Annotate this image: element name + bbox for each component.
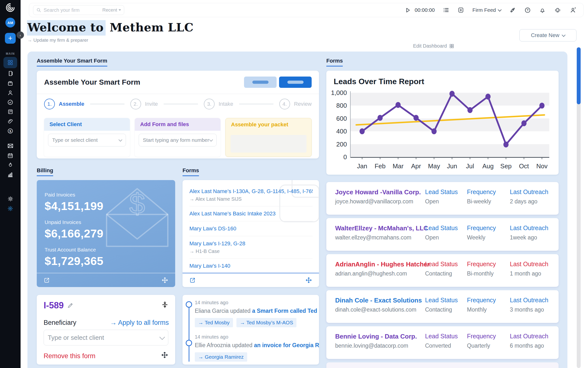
sidebar-item-hotlist[interactable] — [3, 160, 17, 170]
activity-timestamp: 14 minutes ago — [195, 300, 228, 305]
lead-status-value: Converted — [425, 342, 451, 349]
remove-form-link[interactable]: Remove this form — [44, 352, 96, 360]
sidebar-item-theme[interactable] — [3, 204, 17, 213]
timeline-line — [189, 307, 189, 362]
sidebar-item-billing[interactable]: $ — [3, 126, 17, 136]
step-review[interactable]: 4.Review — [279, 99, 312, 109]
recent-dropdown[interactable]: Recent — [102, 7, 121, 13]
lead-card[interactable]: WalterEllzey - McMahan's, LLC walter.ell… — [326, 218, 559, 251]
account-user-icon[interactable] — [570, 7, 576, 13]
app-logo-icon[interactable] — [5, 2, 15, 13]
create-new-button[interactable]: Create New — [519, 29, 576, 41]
collapse-vertical-icon[interactable] — [161, 301, 169, 309]
smart-form-stepper: 1.Assemble 2.Invite 3.Intake 4.Review — [37, 94, 319, 114]
primary-action-button[interactable] — [279, 77, 312, 88]
activity-link[interactable]: a Smart Form called Ted Mosby’s I-485 — [252, 308, 319, 314]
sidebar-item-mail[interactable] — [3, 141, 17, 151]
rocket-icon[interactable] — [509, 7, 516, 13]
move-widget-icon[interactable] — [161, 277, 168, 284]
form-number-input[interactable]: Start typing any form number — [139, 134, 217, 146]
activity-feed-card: 14 minutes ago Eliana Garcia updated a S… — [183, 295, 319, 365]
lead-status-value: Contacting — [425, 306, 452, 313]
external-link-icon[interactable] — [44, 277, 50, 283]
last-outreach-value: 2 days ago — [510, 198, 538, 205]
sidebar-item-settings[interactable] — [3, 194, 17, 204]
lead-name[interactable]: AdrianAnglin - Hughes Hatcher — [335, 261, 430, 268]
sidebar-item-dashboard[interactable] — [3, 57, 17, 68]
timer-play-icon[interactable] — [405, 7, 411, 13]
bar-chart-icon — [7, 171, 13, 178]
quick-add-button[interactable]: + — [5, 33, 16, 44]
lead-name[interactable]: Dinah Cole - Exact Solutions — [335, 297, 422, 304]
lead-email: joyce.howard@vanillacorp.com — [335, 198, 413, 205]
smart-form-section-label[interactable]: Assemble Your Smart Form — [37, 58, 107, 66]
form-link[interactable]: Mary Law’s I-140 — [189, 263, 313, 269]
task-list-icon[interactable] — [443, 7, 449, 13]
sidebar-item-calendar[interactable] — [3, 151, 17, 160]
svg-text:Jul: Jul — [466, 162, 474, 170]
leads-section-label[interactable]: Forms — [326, 58, 343, 66]
svg-text:Apr: Apr — [411, 162, 421, 170]
lead-card[interactable]: AdrianAnglin - Hughes Hatcher adrian.ang… — [326, 254, 559, 287]
search-input[interactable]: Search your firm Recent — [33, 5, 124, 15]
forms-section-label[interactable]: Forms — [183, 167, 199, 176]
sidebar-item-tasks[interactable] — [3, 97, 17, 107]
sidebar-item-reports[interactable] — [3, 170, 17, 179]
sidebar-item-smart-forms[interactable] — [3, 107, 17, 117]
forms-widget-card: Alex Last Name’s I-130A, G-28, G-1145, I… — [183, 180, 319, 287]
firm-feed-dropdown[interactable]: Firm Feed — [472, 7, 501, 13]
update-firm-link[interactable]: → Update my firm & preparer — [27, 38, 88, 43]
add-square-icon[interactable] — [458, 7, 464, 13]
last-outreach-value: 1 month ago — [510, 270, 541, 277]
sidebar-item-contacts[interactable] — [3, 69, 17, 78]
external-link-icon[interactable] — [189, 277, 196, 283]
lead-card[interactable]: Dinah Cole - Exact Solutions dinah.cole@… — [326, 290, 559, 323]
edit-pencil-icon[interactable] — [67, 302, 74, 309]
form-link[interactable]: Alex Last Name’s Basic Intake 2023 — [189, 210, 313, 217]
tag-link[interactable]: → Ted Mosby’s M-AOS — [236, 318, 296, 327]
select-client-panel: Select Client Type or select client — [44, 118, 130, 157]
activity-link[interactable]: an invoice for Georgia Ramirez — [254, 342, 319, 348]
activity-timestamp: 14 minutes ago — [195, 334, 228, 340]
phone-ring-icon[interactable] — [554, 7, 561, 13]
secondary-action-button[interactable] — [244, 77, 277, 88]
move-widget-icon[interactable] — [305, 277, 312, 284]
timeline-dot — [186, 340, 192, 346]
sidebar-item-documents[interactable] — [3, 117, 17, 126]
svg-text:Mar: Mar — [392, 162, 404, 170]
form-link[interactable]: Alex Last Name’s I-130A, G-28, G-1145, I… — [189, 188, 313, 195]
sidebar-item-clients[interactable] — [3, 88, 17, 97]
svg-text:1,000: 1,000 — [331, 89, 347, 96]
lead-name[interactable]: Bennie Loving - Data Corp. — [335, 333, 417, 340]
sidebar-collapse-button[interactable]: ‹ — [17, 31, 24, 39]
svg-text:Sep: Sep — [500, 162, 512, 170]
chevron-down-icon — [498, 8, 502, 12]
select-client-title: Select Client — [44, 118, 130, 131]
form-link[interactable]: Mary Law’s DS-160 — [189, 225, 313, 232]
add-form-title: Add Form and files — [135, 118, 220, 131]
tag-link[interactable]: → Ted Mosby — [195, 318, 233, 327]
lead-name[interactable]: WalterEllzey - McMahan's, LLC — [335, 224, 428, 232]
tag-link[interactable]: → Georgia Ramirez — [195, 352, 247, 362]
sidebar-nav: $ — [0, 57, 21, 213]
form-link[interactable]: Mary Law’s I-129, G-28 — [189, 240, 313, 247]
move-widget-icon[interactable] — [161, 351, 168, 359]
beneficiary-select[interactable]: Type or select client — [44, 330, 168, 345]
notifications-bell-icon[interactable] — [539, 7, 546, 13]
scrollbar-thumb[interactable] — [577, 47, 581, 104]
billing-section-label[interactable]: Billing — [37, 167, 53, 176]
edit-dashboard-button[interactable]: Edit Dashboard — [413, 43, 454, 49]
client-select[interactable]: Type or select client — [48, 134, 126, 146]
lead-card[interactable]: Joyce Howard -Vanilla Corp. joyce.howard… — [326, 182, 559, 215]
help-icon[interactable]: ? — [524, 7, 531, 13]
apply-all-forms-link[interactable]: → Apply to all forms — [110, 319, 169, 327]
step-intake[interactable]: 3.Intake — [204, 99, 233, 109]
user-avatar[interactable]: AM — [5, 18, 15, 27]
sidebar-item-cases[interactable] — [3, 78, 17, 88]
lead-name[interactable]: Joyce Howard -Vanilla Corp. — [335, 188, 421, 196]
step-assemble[interactable]: 1.Assemble — [44, 99, 84, 109]
trust-balance-stat: Trust Account Balance$1,729,365 — [45, 247, 103, 268]
forms-list: Alex Last Name’s I-130A, G-28, G-1145, I… — [183, 180, 319, 273]
lead-card[interactable]: Bennie Loving - Data Corp. bennie.loving… — [326, 326, 559, 359]
step-invite[interactable]: 2.Invite — [130, 99, 158, 109]
